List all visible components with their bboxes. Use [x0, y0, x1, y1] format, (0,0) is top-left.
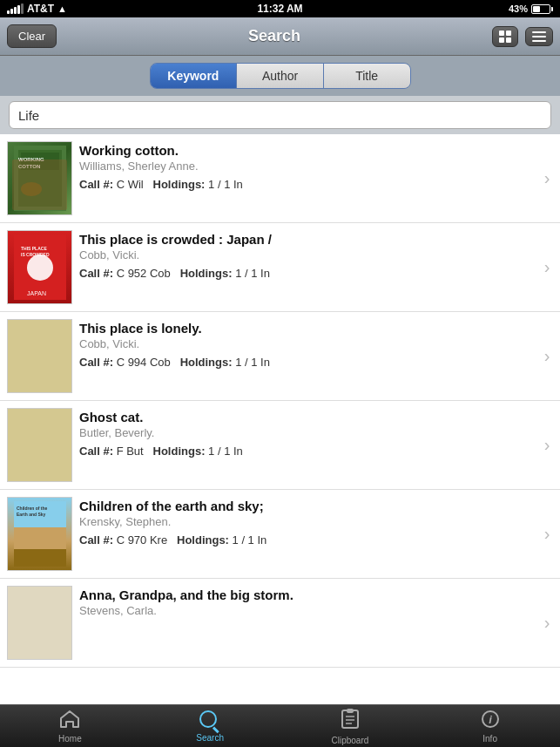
svg-point-2 — [21, 182, 42, 196]
carrier-label: AT&T — [27, 3, 54, 15]
svg-text:Children of the: Children of the — [17, 506, 47, 511]
tab-search-label: Search — [196, 733, 224, 743]
chevron-icon: › — [544, 613, 550, 633]
status-time: 11:32 AM — [257, 3, 302, 15]
book-cover: THIS PLACE IS CROWDED JAPAN — [7, 230, 72, 304]
book-title: This place is crowded : Japan / — [79, 232, 527, 247]
book-call: Call #: C 952 Cob Holdings: 1 / 1 In — [79, 267, 527, 280]
segment-author[interactable]: Author — [237, 64, 324, 88]
chevron-cell: › — [534, 312, 560, 400]
svg-rect-3 — [21, 153, 59, 170]
chevron-icon: › — [544, 346, 550, 366]
book-title: Working cotton. — [79, 143, 527, 158]
battery-percent: 43% — [509, 3, 528, 14]
chevron-cell: › — [534, 223, 560, 311]
svg-text:THIS PLACE: THIS PLACE — [21, 246, 47, 251]
tab-bar: Home Search Clipboard i Info — [0, 704, 560, 747]
book-call: Call #: C 994 Cob Holdings: 1 / 1 In — [79, 356, 527, 369]
book-title: Children of the earth and sky; — [79, 499, 527, 513]
book-title: Ghost cat. — [79, 410, 527, 424]
book-item[interactable]: WORKING COTTON Working cotton. Williams,… — [0, 134, 560, 223]
search-tab-icon — [199, 710, 220, 731]
tab-home[interactable]: Home — [0, 705, 140, 747]
book-author: Krensky, Stephen. — [79, 515, 527, 528]
tab-search[interactable]: Search — [140, 705, 280, 747]
chevron-cell: › — [534, 490, 560, 578]
segment-title[interactable]: Title — [324, 64, 410, 88]
status-left: AT&T ▲ — [7, 3, 67, 15]
segment-bar: Keyword Author Title — [0, 56, 560, 96]
wifi-icon: ▲ — [57, 3, 67, 14]
book-cover — [7, 408, 72, 482]
results-list: WORKING COTTON Working cotton. Williams,… — [0, 134, 560, 704]
chevron-cell: › — [534, 134, 560, 222]
chevron-cell: › — [534, 579, 560, 667]
book-item[interactable]: THIS PLACE IS CROWDED JAPAN This place i… — [0, 223, 560, 312]
svg-rect-18 — [347, 709, 354, 713]
chevron-cell: › — [534, 401, 560, 489]
home-icon — [59, 710, 80, 732]
chevron-icon: › — [544, 257, 550, 277]
book-info: Ghost cat. Butler, Beverly. Call #: F Bu… — [79, 401, 534, 489]
book-item[interactable]: This place is lonely. Cobb, Vicki. Call … — [0, 312, 560, 401]
nav-bar: Clear Search — [0, 17, 560, 56]
book-call: Call #: C 970 Kre Holdings: 1 / 1 In — [79, 533, 527, 547]
book-cover — [7, 586, 72, 660]
chevron-icon: › — [544, 168, 550, 188]
svg-rect-13 — [14, 549, 66, 567]
segment-keyword[interactable]: Keyword — [151, 64, 238, 88]
book-author: Butler, Beverly. — [79, 426, 527, 439]
book-info: Working cotton. Williams, Sherley Anne. … — [79, 134, 534, 222]
search-input[interactable] — [9, 101, 551, 129]
book-item[interactable]: Ghost cat. Butler, Beverly. Call #: F Bu… — [0, 401, 560, 490]
book-title: Anna, Grandpa, and the big storm. — [79, 587, 527, 602]
chevron-icon: › — [544, 435, 550, 455]
signal-bars — [7, 3, 24, 14]
tab-home-label: Home — [58, 734, 82, 744]
tab-clipboard[interactable]: Clipboard — [280, 705, 421, 747]
grid-view-button[interactable] — [492, 26, 518, 47]
clear-button[interactable]: Clear — [7, 24, 57, 48]
svg-marker-16 — [61, 711, 78, 727]
book-cover: WORKING COTTON — [7, 141, 72, 215]
book-author: Williams, Sherley Anne. — [79, 160, 527, 173]
hamburger-icon — [532, 31, 546, 42]
svg-text:i: i — [489, 713, 492, 726]
svg-text:Earth and Sky: Earth and Sky — [17, 512, 46, 517]
book-info: Anna, Grandpa, and the big storm. Steven… — [79, 579, 534, 667]
tab-clipboard-label: Clipboard — [331, 736, 368, 745]
book-author: Cobb, Vicki. — [79, 248, 527, 261]
tab-info[interactable]: i Info — [420, 705, 560, 747]
svg-point-7 — [27, 255, 53, 281]
book-info: Children of the earth and sky; Krensky, … — [79, 490, 534, 578]
svg-rect-12 — [14, 527, 66, 549]
book-call: Call #: F But Holdings: 1 / 1 In — [79, 445, 527, 458]
book-info: This place is crowded : Japan / Cobb, Vi… — [79, 223, 534, 311]
chevron-icon: › — [544, 524, 550, 544]
book-call: Call #: C Wil Holdings: 1 / 1 In — [79, 178, 527, 191]
svg-text:COTTON: COTTON — [18, 164, 40, 169]
clipboard-icon — [341, 708, 359, 732]
status-bar: AT&T ▲ 11:32 AM 43% — [0, 0, 560, 17]
book-info: This place is lonely. Cobb, Vicki. Call … — [79, 312, 534, 400]
book-item[interactable]: Children of the Earth and Sky Children o… — [0, 490, 560, 579]
book-item[interactable]: Anna, Grandpa, and the big storm. Steven… — [0, 579, 560, 668]
search-input-area — [0, 96, 560, 134]
svg-text:WORKING: WORKING — [18, 157, 44, 162]
info-icon: i — [481, 710, 500, 732]
menu-button[interactable] — [525, 27, 553, 46]
book-title: This place is lonely. — [79, 321, 527, 336]
svg-text:IS CROWDED: IS CROWDED — [21, 252, 50, 257]
book-author: Cobb, Vicki. — [79, 337, 527, 350]
book-author: Stevens, Carla. — [79, 604, 527, 617]
segment-control: Keyword Author Title — [150, 63, 411, 89]
svg-text:JAPAN: JAPAN — [27, 290, 46, 296]
book-cover: Children of the Earth and Sky — [7, 497, 72, 571]
tab-info-label: Info — [482, 734, 497, 744]
battery-icon — [531, 4, 553, 14]
grid-icon — [499, 31, 511, 43]
nav-title: Search — [248, 27, 300, 45]
status-right: 43% — [509, 3, 553, 14]
book-cover — [7, 319, 72, 393]
nav-icons — [492, 26, 553, 47]
